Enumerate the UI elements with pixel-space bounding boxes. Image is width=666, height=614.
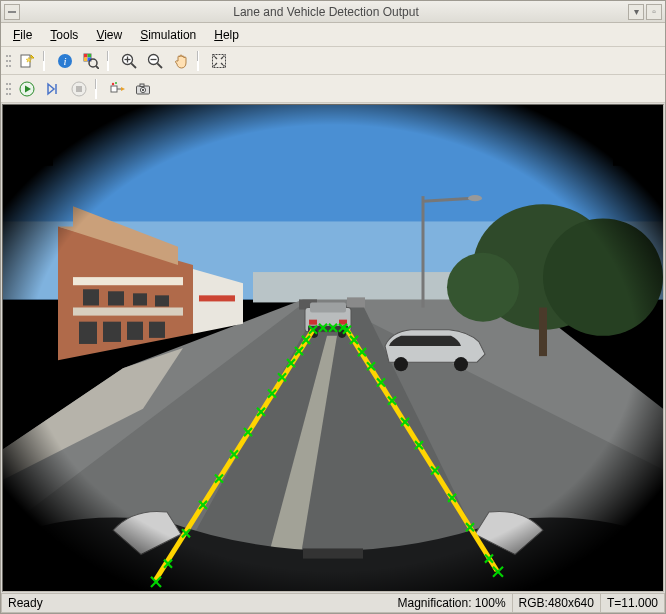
svg-rect-36 [76, 86, 82, 92]
svg-point-30 [9, 93, 11, 95]
svg-rect-86 [3, 105, 663, 591]
svg-point-2 [6, 65, 8, 67]
minimize-button[interactable]: ▾ [628, 4, 644, 20]
camera-icon [135, 81, 151, 97]
svg-rect-89 [3, 540, 53, 591]
svg-point-1 [6, 60, 8, 62]
svg-rect-90 [613, 540, 663, 591]
zoom-in-button[interactable] [117, 49, 141, 73]
svg-point-15 [89, 59, 97, 67]
menu-simulation-label: imulation [148, 28, 196, 42]
svg-rect-37 [111, 86, 117, 92]
inspect-button[interactable]: i [53, 49, 77, 73]
svg-point-3 [9, 55, 11, 57]
pixel-region-button[interactable] [79, 49, 103, 73]
pixel-region-icon [83, 53, 99, 69]
svg-point-5 [9, 65, 11, 67]
svg-rect-87 [3, 105, 53, 166]
stop-button[interactable] [67, 77, 91, 101]
time-label: T= [607, 596, 621, 610]
rgb-label: RGB: [519, 596, 548, 610]
info-icon: i [57, 53, 73, 69]
magnification-value: 100% [475, 596, 506, 610]
magnification-label: Magnification: [397, 596, 471, 610]
application-window: Lane and Vehicle Detection Output ▾ ▫ Fi… [0, 0, 666, 614]
run-button[interactable] [15, 77, 39, 101]
toolbar-grip-icon [3, 81, 13, 97]
menu-tools-label: ools [56, 28, 78, 42]
svg-rect-88 [613, 105, 663, 166]
status-rgb: RGB:480x640 [513, 594, 601, 613]
menu-tools[interactable]: Tools [42, 25, 86, 45]
fit-to-view-button[interactable] [207, 49, 231, 73]
time-value: 11.000 [621, 596, 658, 610]
svg-point-26 [6, 88, 8, 90]
window-title: Lane and Vehicle Detection Output [26, 5, 626, 19]
statusbar: Ready Magnification: 100% RGB:480x640 T=… [1, 593, 665, 613]
hand-icon [173, 53, 189, 69]
svg-marker-33 [48, 84, 54, 94]
step-icon [45, 81, 61, 97]
status-time: T=11.000 [601, 594, 665, 613]
menubar: File Tools View Simulation Help [1, 23, 665, 47]
svg-rect-11 [84, 54, 88, 58]
detection-output-image [3, 105, 663, 591]
svg-line-18 [131, 63, 136, 68]
menu-view[interactable]: View [88, 25, 130, 45]
page-star-icon [19, 53, 35, 69]
svg-text:i: i [63, 55, 66, 67]
toolbar-separator [95, 77, 101, 101]
toolbar-separator [107, 49, 113, 73]
status-state: Ready [1, 594, 391, 613]
menu-simulation[interactable]: Simulation [132, 25, 204, 45]
svg-marker-7 [31, 55, 34, 58]
svg-point-0 [6, 55, 8, 57]
toolbar-separator [43, 49, 49, 73]
menu-file[interactable]: File [5, 25, 40, 45]
snapshot-button[interactable] [131, 77, 155, 101]
svg-point-39 [112, 82, 114, 84]
zoom-in-icon [121, 53, 137, 69]
titlebar: Lane and Vehicle Detection Output ▾ ▫ [1, 1, 665, 23]
toolbar-grip-icon [3, 53, 13, 69]
menu-help[interactable]: Help [206, 25, 247, 45]
svg-point-25 [6, 83, 8, 85]
rgb-value: 480x640 [548, 596, 594, 610]
svg-point-44 [142, 88, 144, 90]
svg-line-22 [157, 63, 162, 68]
highlight-block-icon [109, 81, 125, 97]
maximize-button[interactable]: ▫ [646, 4, 662, 20]
pan-button[interactable] [169, 49, 193, 73]
svg-rect-12 [88, 54, 92, 58]
toolbar-main: i [1, 47, 665, 75]
svg-point-4 [9, 60, 11, 62]
video-viewport[interactable] [2, 104, 664, 592]
svg-marker-38 [121, 87, 125, 91]
new-figure-button[interactable] [15, 49, 39, 73]
svg-rect-42 [140, 84, 144, 87]
stop-circle-icon [71, 81, 87, 97]
play-circle-icon [19, 81, 35, 97]
svg-point-40 [115, 82, 117, 84]
svg-rect-13 [84, 57, 88, 61]
step-button[interactable] [41, 77, 65, 101]
system-menu-button[interactable] [4, 4, 20, 20]
zoom-out-icon [147, 53, 163, 69]
menu-help-label: elp [223, 28, 239, 42]
highlight-block-button[interactable] [105, 77, 129, 101]
svg-point-28 [9, 83, 11, 85]
fit-icon [211, 53, 227, 69]
svg-line-16 [96, 66, 99, 69]
status-magnification: Magnification: 100% [391, 594, 512, 613]
svg-point-29 [9, 88, 11, 90]
menu-view-label: iew [104, 28, 122, 42]
menu-file-label: ile [20, 28, 32, 42]
toolbar-simulation [1, 75, 665, 103]
toolbar-separator [197, 49, 203, 73]
zoom-out-button[interactable] [143, 49, 167, 73]
svg-point-27 [6, 93, 8, 95]
